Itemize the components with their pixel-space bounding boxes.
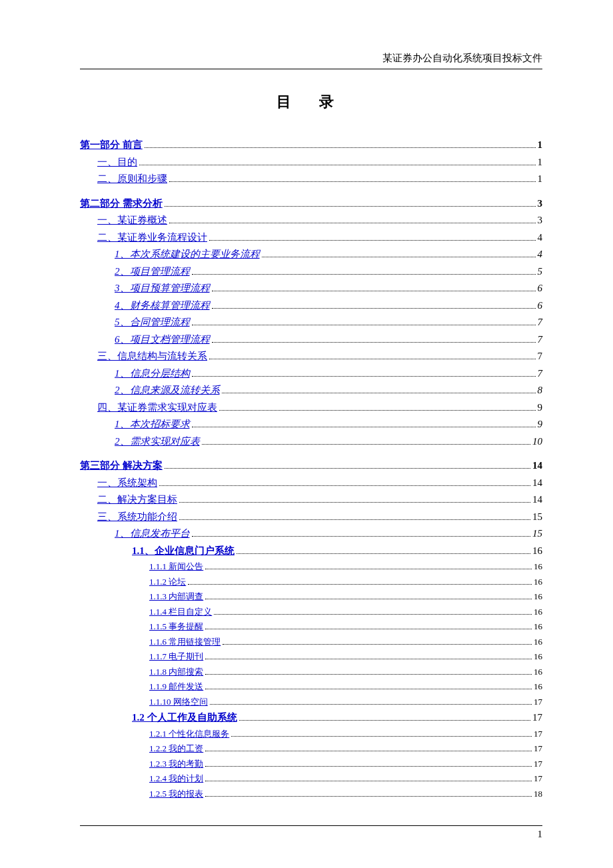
toc-page-number: 7: [538, 315, 543, 330]
toc-entry: 四、某证券需求实现对应表9: [97, 400, 542, 415]
toc-link[interactable]: 1.1.6 常用链接管理: [149, 635, 221, 649]
toc-link[interactable]: 1.1.3 内部调查: [149, 590, 203, 603]
toc-page-number: 16: [534, 575, 542, 589]
toc-link[interactable]: 1.1.2 论坛: [149, 575, 186, 589]
footer-page-number: 1: [538, 829, 543, 839]
toc-link[interactable]: 1.2.1 个性化信息服务: [149, 727, 229, 741]
toc-link[interactable]: 1.2 个人工作及自助系统: [132, 710, 237, 725]
toc-entry: 一、目的1: [97, 155, 542, 170]
toc-entry: 三、信息结构与流转关系7: [97, 349, 542, 364]
toc-link[interactable]: 1.1.10 网络空间: [149, 695, 208, 709]
toc-leader-dots: [192, 427, 536, 427]
toc-entry: 2、项目管理流程5: [115, 264, 542, 279]
toc-page-number: 18: [534, 787, 542, 801]
toc-page-number: 17: [534, 695, 542, 709]
toc-link[interactable]: 1、本次系统建设的主要业务流程: [115, 247, 260, 262]
toc-page-number: 17: [534, 727, 542, 741]
toc-link[interactable]: 一、系统架构: [97, 475, 157, 491]
toc-link[interactable]: 第一部分 前言: [80, 137, 143, 153]
toc-entry: 1.2.1 个性化信息服务17: [149, 727, 542, 741]
toc-page-number: 4: [538, 230, 543, 245]
toc-leader-dots: [188, 584, 532, 585]
toc-entry: 二、某证券业务流程设计4: [97, 230, 542, 245]
page-footer: 1: [80, 825, 542, 840]
toc-page-number: 17: [534, 757, 542, 771]
toc-entry: 第三部分 解决方案14: [80, 458, 542, 473]
toc-link[interactable]: 1、信息分层结构: [115, 366, 190, 381]
toc-leader-dots: [205, 659, 532, 659]
toc-link[interactable]: 1.2.4 我的计划: [149, 772, 203, 785]
toc-link[interactable]: 第三部分 解决方案: [80, 458, 163, 473]
toc-entry: 1.1.5 事务提醒16: [149, 620, 542, 633]
toc-page-number: 15: [532, 526, 542, 541]
toc-link[interactable]: 1.1.4 栏目自定义: [149, 605, 212, 619]
toc-page-number: 1: [538, 171, 543, 187]
toc-leader-dots: [165, 468, 530, 469]
toc-link[interactable]: 1、信息发布平台: [115, 526, 190, 541]
toc-link[interactable]: 1.2.5 我的报表: [149, 787, 203, 801]
toc-leader-dots: [209, 240, 536, 241]
toc-page-number: 16: [534, 650, 542, 663]
toc-link[interactable]: 四、某证券需求实现对应表: [97, 400, 217, 415]
toc-link[interactable]: 2、信息来源及流转关系: [115, 383, 220, 398]
toc-entry: 1.1.3 内部调查16: [149, 590, 542, 603]
toc-link[interactable]: 1.1.5 事务提醒: [149, 620, 203, 633]
toc-entry: 1.1.7 电子期刊16: [149, 650, 542, 663]
toc-entry: 二、原则和步骤1: [97, 171, 542, 187]
toc-link[interactable]: 1.1、企业信息门户系统: [132, 543, 235, 559]
toc-leader-dots: [192, 274, 536, 275]
toc-entry: 一、系统架构14: [97, 475, 542, 491]
toc-leader-dots: [219, 410, 536, 411]
toc-leader-dots: [237, 553, 530, 554]
toc-leader-dots: [205, 599, 532, 599]
toc-entry: 1、信息分层结构7: [115, 366, 542, 381]
toc-link[interactable]: 1.2.2 我的工资: [149, 742, 203, 755]
toc-page-number: 14: [532, 492, 542, 507]
toc-leader-dots: [169, 223, 536, 223]
toc-leader-dots: [192, 536, 531, 537]
toc-link[interactable]: 一、目的: [97, 155, 137, 170]
toc-leader-dots: [205, 751, 532, 751]
toc-page-number: 16: [534, 620, 542, 633]
toc-link[interactable]: 二、解决方案目标: [97, 492, 177, 507]
toc-link[interactable]: 第二部分 需求分析: [80, 196, 163, 211]
toc-link[interactable]: 1.1.9 邮件发送: [149, 680, 203, 693]
toc-link[interactable]: 1.1.1 新闻公告: [149, 560, 203, 573]
toc-page-number: 16: [534, 560, 542, 573]
toc-page-number: 3: [538, 196, 543, 211]
toc-link[interactable]: 1.1.8 内部搜索: [149, 665, 203, 679]
toc-link[interactable]: 三、系统功能介绍: [97, 509, 177, 525]
toc-entry: 1.1.9 邮件发送16: [149, 680, 542, 693]
toc-link[interactable]: 1.2.3 我的考勤: [149, 757, 203, 771]
toc-page-number: 14: [532, 475, 542, 491]
toc-link[interactable]: 2、项目管理流程: [115, 264, 190, 279]
toc-link[interactable]: 二、原则和步骤: [97, 171, 167, 187]
toc-page-number: 1: [538, 155, 543, 170]
toc-title: 目 录: [80, 92, 542, 112]
toc-link[interactable]: 6、项目文档管理流程: [115, 332, 210, 347]
header-text: 某证券办公自动化系统项目投标文件: [382, 53, 542, 63]
toc-entry: 1.1.1 新闻公告16: [149, 560, 542, 573]
toc-page-number: 5: [538, 264, 543, 279]
toc-leader-dots: [209, 359, 536, 359]
toc-link[interactable]: 3、项目预算管理流程: [115, 281, 210, 296]
toc-entry: 4、财务核算管理流程6: [115, 298, 542, 313]
toc-entry: 1.1.4 栏目自定义16: [149, 605, 542, 619]
toc-page-number: 17: [534, 742, 542, 755]
toc-link[interactable]: 5、合同管理流程: [115, 315, 190, 330]
toc-link[interactable]: 4、财务核算管理流程: [115, 298, 210, 313]
toc-leader-dots: [212, 342, 536, 343]
toc-link[interactable]: 1.1.7 电子期刊: [149, 650, 203, 663]
toc-link[interactable]: 2、需求实现对应表: [115, 434, 200, 449]
toc-leader-dots: [202, 444, 531, 445]
page-header: 某证券办公自动化系统项目投标文件: [80, 52, 542, 69]
toc-leader-dots: [262, 257, 536, 257]
toc-link[interactable]: 二、某证券业务流程设计: [97, 230, 207, 245]
toc-link[interactable]: 三、信息结构与流转关系: [97, 349, 207, 364]
toc-link[interactable]: 一、某证券概述: [97, 213, 167, 228]
toc-page-number: 15: [532, 509, 542, 525]
toc-entry: 5、合同管理流程7: [115, 315, 542, 330]
toc-link[interactable]: 1、本次招标要求: [115, 417, 190, 432]
toc-page-number: 9: [538, 400, 543, 415]
toc-entry: 二、解决方案目标14: [97, 492, 542, 507]
